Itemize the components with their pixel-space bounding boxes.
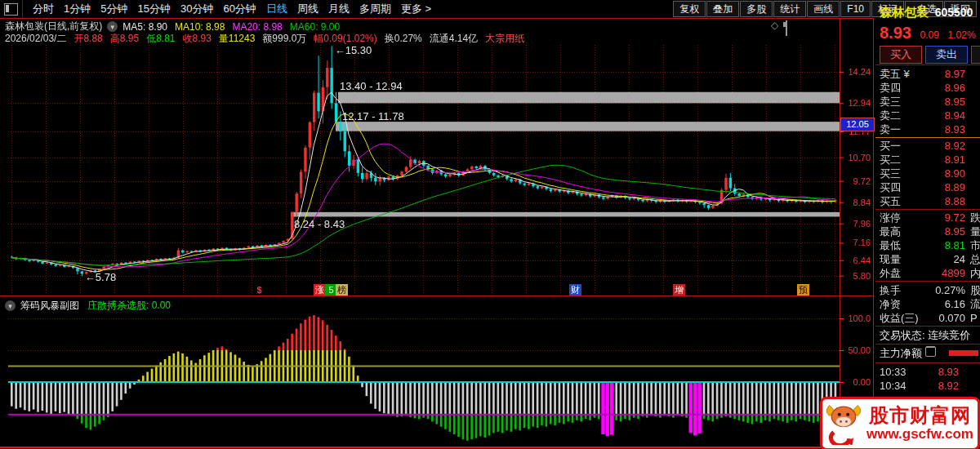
bid-row-2[interactable]: 买二8.91: [880, 153, 980, 167]
ask-row-3[interactable]: 卖三8.95: [880, 95, 980, 109]
sell-button[interactable]: 卖出: [925, 46, 968, 64]
toolbar-button-F10[interactable]: F10: [840, 1, 871, 17]
event-badge-涨[interactable]: 涨: [314, 284, 326, 296]
ask-row-2-value: 8.94: [892, 109, 965, 122]
stat-row-3[interactable]: 现量24总: [880, 252, 980, 266]
bid-row-5[interactable]: 买五8.88: [880, 194, 980, 208]
bid-row-4-value: 8.89: [892, 180, 965, 194]
watermark-site-name: 股市财富网: [869, 405, 971, 426]
ask-row-4[interactable]: 卖四8.96: [880, 81, 980, 95]
ohlc-token: 开8.88: [74, 32, 102, 46]
collapse-chevron-icon[interactable]: ▾: [5, 300, 16, 311]
watermark-site-url: www.gscfw.com: [866, 426, 973, 442]
panel-toggle-icon[interactable]: [786, 21, 787, 36]
stat2-row-1-clipped-col: 流: [970, 297, 980, 311]
bid-row-3[interactable]: 买三8.90: [880, 167, 980, 180]
ask-row-5[interactable]: 卖五 ¥8.97: [880, 67, 980, 81]
ohlc-token: 量11243: [219, 32, 255, 46]
stat-row-1-value: 8.95: [892, 224, 965, 238]
main-flow-row[interactable]: 主力净额: [880, 346, 980, 360]
ohlc-token: 额999.0万: [262, 32, 306, 46]
main-flow-label: 主力净额: [880, 347, 922, 359]
stat-row-4-value: 4899: [892, 266, 965, 280]
stock-name: 森林包装: [880, 5, 929, 19]
period-tab-多周期[interactable]: 多周期: [359, 2, 391, 16]
period-tabs: 分时1分钟5分钟15分钟30分钟60分钟日线周线月线多周期更多 >: [23, 2, 431, 16]
period-tab-分时[interactable]: 分时: [33, 2, 54, 16]
site-watermark: 股市财富网 www.gscfw.com: [820, 397, 980, 449]
last-price: 8.93: [880, 24, 911, 42]
period-tab-月线[interactable]: 月线: [328, 2, 350, 16]
period-tab-5分钟[interactable]: 5分钟: [100, 2, 127, 16]
event-badge-预[interactable]: 预: [797, 284, 809, 296]
ask-row-4-value: 8.96: [892, 81, 965, 95]
ohlc-token: 高8.95: [110, 32, 139, 46]
extra-button[interactable]: [971, 46, 980, 64]
cost-price-tag: 12.05: [840, 118, 875, 131]
bid-row-1[interactable]: 买一8.92: [880, 139, 980, 153]
period-tab-30分钟[interactable]: 30分钟: [180, 2, 213, 16]
ohlc-token: 收8.93: [182, 32, 211, 46]
toolbar-button-复权[interactable]: 复权: [673, 1, 706, 17]
ohlc-token: 流通4.14亿: [430, 32, 478, 46]
ohlc-token: 大宗用纸: [485, 32, 524, 46]
collapse-chevron-icon[interactable]: ▾: [107, 21, 118, 32]
trading-app-window: 分时1分钟5分钟15分钟30分钟60分钟日线周线月线多周期更多 > 复权叠加多股…: [0, 0, 980, 449]
period-tab-更多 >[interactable]: 更多 >: [401, 2, 431, 16]
tick-row-1: 10:348.92: [880, 379, 980, 393]
toolbar-button-叠加[interactable]: 叠加: [706, 1, 739, 17]
ohlc-token: 换0.27%: [385, 32, 422, 46]
bid-row-4[interactable]: 买四8.89: [880, 180, 980, 194]
stat-row-4[interactable]: 外盘4899内: [880, 266, 980, 280]
bull-logo-icon: [822, 402, 865, 445]
ask-row-3-value: 8.95: [892, 95, 965, 109]
toolbar-button-统计[interactable]: 统计: [773, 1, 806, 17]
bid-row-1-value: 8.92: [892, 139, 965, 153]
stat2-row-0-value: 0.27%: [892, 283, 965, 297]
candlestick-chart-canvas[interactable]: [0, 18, 874, 449]
calculator-icon[interactable]: [925, 346, 936, 357]
toolbar-button-画线[interactable]: 画线: [807, 1, 840, 17]
tick-row-0: 10:338.93: [880, 365, 980, 379]
stat-row-3-value: 24: [892, 252, 965, 266]
bid-row-2-value: 8.91: [892, 153, 965, 167]
stat2-row-2[interactable]: 收益(三)0.070P: [880, 311, 980, 325]
ma-label: MA60: 9.00: [290, 21, 340, 33]
ask-row-1-value: 8.93: [892, 122, 965, 136]
ask-row-2[interactable]: 卖二8.94: [880, 109, 980, 122]
event-badge-增[interactable]: 增: [673, 284, 685, 296]
main-flow-bar: [949, 350, 978, 356]
stat-row-0-clipped-col: 跌: [970, 211, 980, 224]
diamond-icon[interactable]: ◇: [771, 20, 778, 31]
stat2-row-1[interactable]: 净资6.16流: [880, 297, 980, 311]
stat-row-4-clipped-col: 内: [970, 266, 980, 280]
stat2-row-1-value: 6.16: [892, 297, 965, 311]
period-tab-1分钟[interactable]: 1分钟: [64, 2, 91, 16]
stat2-row-0[interactable]: 换手0.27%股: [880, 283, 980, 297]
event-badge-财[interactable]: 财: [569, 284, 581, 296]
bid-row-3-value: 8.90: [892, 167, 965, 180]
stat-row-1[interactable]: 最高8.95量: [880, 224, 980, 238]
period-tab-周线[interactable]: 周线: [297, 2, 318, 16]
stat-row-2[interactable]: 最低8.81市: [880, 238, 980, 252]
period-tab-15分钟[interactable]: 15分钟: [137, 2, 170, 16]
period-tab-60分钟[interactable]: 60分钟: [223, 2, 256, 16]
ask-row-1[interactable]: 卖一8.93: [880, 122, 980, 136]
ask-row-5-value: 8.97: [892, 67, 965, 81]
buy-button[interactable]: 买入: [880, 46, 922, 64]
toolbar-button-多股[interactable]: 多股: [740, 1, 773, 17]
trade-status: 交易状态: 连续竞价: [880, 328, 980, 342]
event-badge-$[interactable]: $: [253, 284, 265, 296]
ma-legend: MA5: 8.90MA10: 8.98MA20: 8.98MA60: 9.00: [122, 21, 347, 33]
stat-row-2-value: 8.81: [892, 238, 965, 252]
period-tab-日线[interactable]: 日线: [266, 2, 287, 16]
event-badge-榜[interactable]: 榜: [336, 284, 348, 296]
stat-row-2-clipped-col: 市: [970, 238, 980, 252]
quote-panel: 森林包装 605500 8.93 0.09 1.02% 买入 卖出 卖五 ¥8.…: [875, 0, 980, 449]
stat-row-0-value: 9.72: [892, 211, 965, 224]
ma-label: MA5: 8.90: [122, 21, 167, 33]
stat-row-0[interactable]: 涨停9.72跌: [880, 211, 980, 224]
window-layout-icon[interactable]: [4, 3, 18, 16]
subchart-signal-value: 庄散搏杀选股: 0.00: [87, 299, 171, 313]
ma-label: MA20: 8.98: [232, 21, 282, 33]
